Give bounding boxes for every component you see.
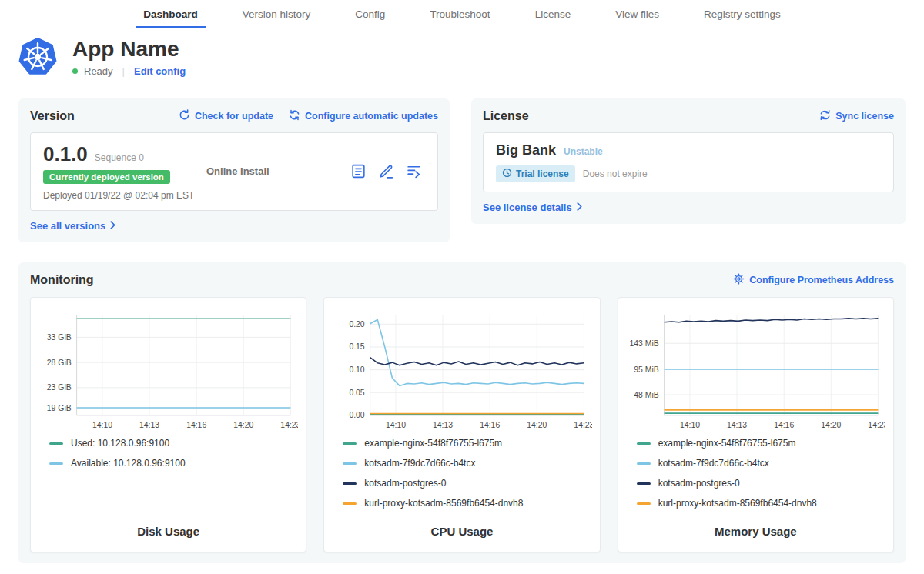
sync-icon	[819, 109, 831, 123]
status-dot	[72, 68, 78, 74]
disk-usage-chart-title: Disk Usage	[38, 517, 298, 544]
svg-text:14:13: 14:13	[727, 421, 747, 429]
svg-text:0.10: 0.10	[350, 365, 365, 374]
app-header-text: App Name Ready | Edit config	[72, 38, 186, 77]
configure-automatic-updates-button[interactable]: Configure automatic updates	[289, 109, 438, 123]
legend-label: kotsadm-postgres-0	[658, 478, 740, 489]
legend-item: kotsadm-7f9dc7d66c-b4tcx	[343, 458, 591, 469]
legend-swatch	[343, 442, 357, 445]
svg-text:14:23: 14:23	[574, 421, 592, 429]
svg-text:143 MiB: 143 MiB	[629, 339, 658, 347]
see-all-versions-link[interactable]: See all versions	[30, 220, 438, 232]
license-title: License	[483, 109, 529, 123]
disk-usage-chart-card: 14:1014:1314:1614:2014:2333 GiB28 GiB23 …	[30, 297, 306, 552]
release-notes-icon[interactable]	[350, 163, 367, 179]
legend-item: kurl-proxy-kotsadm-8569fb6454-dnvh8	[637, 498, 886, 509]
legend-label: kotsadm-7f9dc7d66c-b4tcx	[658, 458, 769, 469]
deployed-badge: Currently deployed version	[43, 170, 170, 184]
svg-text:14:10: 14:10	[92, 421, 112, 429]
legend-item: kotsadm-7f9dc7d66c-b4tcx	[637, 458, 886, 469]
divider: |	[122, 65, 125, 77]
legend-label: kotsadm-7f9dc7d66c-b4tcx	[364, 458, 475, 469]
tab-config[interactable]: Config	[353, 0, 387, 28]
legend-item: example-nginx-54f8f76755-l675m	[343, 438, 591, 449]
svg-text:14:20: 14:20	[821, 421, 841, 429]
legend-item: Used: 10.128.0.96:9100	[49, 438, 298, 449]
gear-icon	[733, 273, 745, 287]
svg-text:0.20: 0.20	[350, 320, 365, 329]
svg-text:28 GiB: 28 GiB	[47, 358, 72, 366]
edit-config-link[interactable]: Edit config	[134, 65, 186, 77]
view-logs-icon[interactable]	[406, 163, 422, 179]
see-license-details-link[interactable]: See license details	[483, 202, 894, 213]
refresh-icon	[179, 109, 190, 123]
cpu-usage-chart-card: 14:1014:1314:1614:2014:230.200.150.100.0…	[323, 297, 600, 552]
svg-text:14:20: 14:20	[527, 421, 547, 429]
svg-text:14:16: 14:16	[774, 421, 794, 429]
cpu-usage-chart-title: CPU Usage	[332, 517, 591, 544]
tab-dashboard[interactable]: Dashboard	[142, 0, 199, 28]
configure-prometheus-button[interactable]: Configure Prometheus Address	[733, 273, 894, 287]
version-title: Version	[30, 109, 75, 123]
svg-text:48 MiB: 48 MiB	[634, 390, 658, 399]
svg-text:14:16: 14:16	[186, 421, 206, 429]
legend-item: example-nginx-54f8f76755-l675m	[637, 438, 886, 449]
svg-text:0.15: 0.15	[350, 342, 365, 351]
svg-text:19 GiB: 19 GiB	[47, 403, 72, 412]
version-panel: Version Check for update Configure autom…	[18, 98, 450, 242]
legend-swatch	[343, 462, 357, 465]
legend-swatch	[637, 502, 651, 505]
sync-license-button[interactable]: Sync license	[819, 109, 894, 123]
svg-text:95 MiB: 95 MiB	[634, 365, 658, 373]
tab-troubleshoot[interactable]: Troubleshoot	[428, 0, 491, 28]
monitoring-title: Monitoring	[30, 273, 94, 287]
memory-usage-legend: example-nginx-54f8f76755-l675mkotsadm-7f…	[637, 438, 886, 509]
legend-item: kotsadm-postgres-0	[343, 478, 591, 489]
cpu-usage-chart: 14:1014:1314:1614:2014:230.200.150.100.0…	[332, 307, 591, 436]
tab-view-files[interactable]: View files	[614, 0, 661, 28]
memory-usage-chart-card: 14:1014:1314:1614:2014:23143 MiB95 MiB48…	[618, 297, 894, 552]
legend-label: Used: 10.128.0.96:9100	[71, 438, 169, 449]
tab-registry-settings[interactable]: Registry settings	[702, 0, 782, 28]
license-panel: License Sync license Big Bank Unstable T…	[471, 98, 906, 224]
legend-label: Available: 10.128.0.96:9100	[71, 458, 186, 469]
svg-text:14:23: 14:23	[868, 421, 886, 429]
tab-version-history[interactable]: Version history	[241, 0, 313, 28]
svg-text:14:16: 14:16	[480, 421, 500, 429]
license-card: Big Bank Unstable Trial license Does not…	[483, 132, 894, 192]
legend-swatch	[49, 442, 63, 445]
disk-usage-legend: Used: 10.128.0.96:9100Available: 10.128.…	[49, 438, 298, 469]
cards-row: Version Check for update Configure autom…	[0, 98, 924, 242]
legend-swatch	[343, 502, 357, 505]
legend-swatch	[49, 462, 63, 465]
charts-row: 14:1014:1314:1614:2014:2333 GiB28 GiB23 …	[30, 297, 894, 552]
svg-text:14:20: 14:20	[233, 421, 253, 429]
svg-text:0.00: 0.00	[350, 411, 365, 419]
license-channel-badge: Unstable	[564, 146, 603, 157]
license-name: Big Bank	[496, 142, 556, 159]
check-for-update-button[interactable]: Check for update	[179, 109, 273, 123]
chevron-right-icon	[577, 202, 582, 213]
clock-icon	[502, 168, 512, 180]
svg-text:23 GiB: 23 GiB	[47, 383, 72, 392]
legend-swatch	[343, 482, 357, 485]
top-nav: Dashboard Version history Config Trouble…	[0, 0, 924, 28]
memory-usage-chart: 14:1014:1314:1614:2014:23143 MiB95 MiB48…	[626, 307, 886, 436]
auto-update-icon	[289, 109, 300, 123]
legend-swatch	[637, 462, 651, 465]
chevron-right-icon	[110, 220, 116, 232]
svg-text:14:10: 14:10	[386, 421, 406, 429]
legend-item: Available: 10.128.0.96:9100	[49, 458, 298, 469]
disk-usage-chart: 14:1014:1314:1614:2014:2333 GiB28 GiB23 …	[38, 307, 298, 436]
svg-text:14:13: 14:13	[433, 421, 453, 429]
legend-item: kotsadm-postgres-0	[637, 478, 886, 489]
svg-text:33 GiB: 33 GiB	[47, 333, 72, 342]
memory-usage-chart-title: Memory Usage	[626, 517, 886, 544]
deployed-timestamp: Deployed 01/19/22 @ 02:04 pm EST	[43, 190, 206, 201]
svg-text:14:13: 14:13	[139, 421, 159, 429]
trial-license-badge: Trial license	[496, 165, 575, 182]
kubernetes-logo-icon	[18, 38, 57, 76]
legend-item: kurl-proxy-kotsadm-8569fb6454-dnvh8	[343, 498, 591, 509]
edit-version-icon[interactable]	[378, 163, 394, 179]
tab-license[interactable]: License	[534, 0, 573, 28]
